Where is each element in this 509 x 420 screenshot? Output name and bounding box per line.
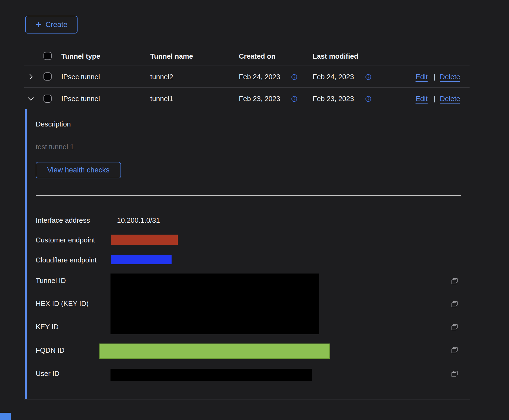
info-icon[interactable] — [291, 96, 297, 102]
tunnel-name-cell: tunnel2 — [150, 72, 173, 81]
select-all-checkbox[interactable] — [43, 52, 52, 60]
info-icon[interactable] — [291, 74, 297, 80]
tunnels-page: Create Tunnel type Tunnel name Created o… — [0, 0, 509, 420]
copy-tunnel-id-button[interactable] — [451, 277, 458, 285]
fqdn-id-label: FQDN ID — [36, 346, 65, 355]
last-modified-cell: Feb 23, 2023 — [313, 94, 354, 103]
create-button-label: Create — [45, 21, 67, 29]
copy-hex-id-button[interactable] — [451, 300, 458, 308]
delete-link[interactable]: Delete — [440, 72, 460, 81]
tunnel-id-label: Tunnel ID — [36, 276, 66, 285]
row-divider — [24, 87, 470, 88]
cloudflare-endpoint-label: Cloudflare endpoint — [36, 256, 97, 264]
copy-key-id-button[interactable] — [451, 323, 458, 331]
copy-icon — [451, 300, 458, 308]
copy-icon — [451, 370, 458, 378]
row-checkbox[interactable] — [43, 72, 52, 81]
key-id-label: KEY ID — [36, 322, 59, 331]
expanded-panel-accent-bar — [25, 109, 27, 399]
user-id-redaction — [110, 369, 312, 381]
interface-address-value: 10.200.1.0/31 — [117, 216, 160, 225]
bottom-left-blue-fragment — [0, 413, 11, 420]
description-value: test tunnel 1 — [36, 142, 74, 151]
header-created-on: Created on — [239, 52, 276, 61]
chevron-right-icon[interactable] — [28, 73, 35, 80]
copy-icon — [451, 346, 458, 354]
tunnel-type-cell: IPsec tunnel — [61, 94, 100, 103]
copy-icon — [451, 323, 458, 331]
view-health-checks-label: View health checks — [47, 166, 110, 174]
edit-link[interactable]: Edit — [416, 94, 428, 103]
row-checkbox[interactable] — [43, 95, 52, 103]
header-divider — [24, 65, 470, 65]
header-last-modified: Last modified — [313, 52, 358, 61]
customer-endpoint-redaction — [111, 235, 178, 245]
create-button[interactable]: Create — [25, 16, 78, 34]
plus-icon — [35, 21, 42, 28]
actions-separator: | — [434, 72, 436, 81]
interface-address-label: Interface address — [36, 216, 90, 225]
delete-link[interactable]: Delete — [440, 94, 460, 103]
fqdn-id-redaction — [99, 344, 330, 359]
hex-id-label: HEX ID (KEY ID) — [36, 299, 89, 308]
user-id-label: User ID — [36, 369, 59, 378]
created-on-cell: Feb 23, 2023 — [239, 94, 280, 103]
panel-bottom-divider — [24, 399, 470, 399]
header-tunnel-type: Tunnel type — [61, 52, 100, 61]
created-on-cell: Feb 24, 2023 — [239, 72, 280, 81]
copy-user-id-button[interactable] — [451, 370, 458, 378]
info-icon[interactable] — [365, 74, 371, 80]
header-tunnel-name: Tunnel name — [150, 52, 193, 61]
description-label: Description — [36, 120, 71, 128]
tunnel-name-cell: tunnel1 — [150, 94, 173, 103]
view-health-checks-button[interactable]: View health checks — [36, 162, 121, 178]
copy-icon — [451, 277, 458, 285]
panel-divider — [36, 195, 461, 196]
tunnel-type-cell: IPsec tunnel — [61, 72, 100, 81]
customer-endpoint-label: Customer endpoint — [36, 236, 95, 244]
last-modified-cell: Feb 24, 2023 — [313, 72, 354, 81]
cloudflare-endpoint-redaction — [111, 255, 172, 264]
copy-fqdn-id-button[interactable] — [451, 346, 458, 354]
actions-separator: | — [434, 94, 436, 103]
ids-redaction-block — [110, 274, 319, 334]
info-icon[interactable] — [365, 96, 371, 102]
edit-link[interactable]: Edit — [416, 72, 428, 81]
chevron-down-icon[interactable] — [27, 95, 35, 103]
